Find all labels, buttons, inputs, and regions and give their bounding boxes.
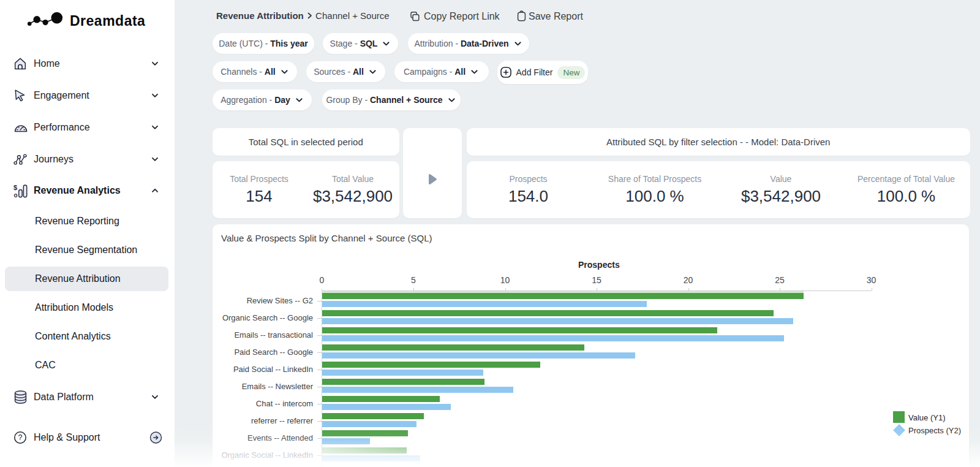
svg-text:o: o xyxy=(14,192,18,199)
svg-text:?: ? xyxy=(18,433,23,442)
svg-text:$: $ xyxy=(13,184,17,191)
